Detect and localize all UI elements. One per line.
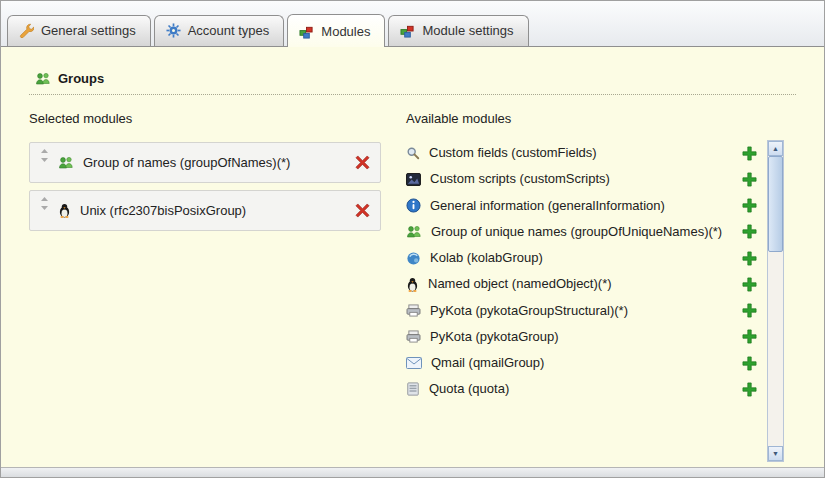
selected-modules-heading: Selected modules [29, 111, 381, 126]
available-module-row: Custom fields (customFields) [406, 140, 767, 166]
penguin-icon [406, 277, 419, 292]
tab-label: Modules [321, 24, 370, 39]
available-module-row: Named object (namedObject)(*) [406, 271, 767, 297]
tab-label: Account types [188, 23, 270, 38]
tab-label: Module settings [422, 23, 513, 38]
scroll-up-button[interactable]: ▲ [768, 141, 783, 156]
add-module-button[interactable] [742, 172, 757, 187]
available-modules-area: Custom fields (customFields)Custom scrip… [406, 140, 784, 462]
available-module-label: Kolab (kolabGroup) [430, 250, 543, 266]
image-icon [406, 173, 421, 186]
remove-module-button[interactable] [355, 155, 370, 170]
penguin-icon [58, 203, 71, 218]
tab-modules[interactable]: Modules [287, 14, 385, 47]
selected-module-row: Group of names (groupOfNames)(*) [29, 142, 381, 183]
add-module-button[interactable] [742, 303, 757, 318]
drag-handle-icon[interactable] [40, 149, 49, 162]
add-module-button[interactable] [742, 251, 757, 266]
tab-general-settings[interactable]: General settings [7, 15, 151, 46]
available-modules-column: Available modules Custom fields (customF… [406, 111, 784, 462]
add-module-button[interactable] [742, 356, 757, 371]
tab-label: General settings [41, 23, 136, 38]
group-icon [58, 156, 74, 170]
content-panel: Groups Selected modules Group of names (… [1, 47, 824, 467]
add-module-button[interactable] [742, 329, 757, 344]
available-module-label: General information (generalInformation) [430, 198, 665, 214]
printer-icon [406, 304, 421, 317]
tab-module-settings[interactable]: Module settings [388, 15, 528, 46]
drive-icon [406, 382, 420, 396]
available-module-row: General information (generalInformation) [406, 193, 767, 219]
groups-section-header: Groups [29, 67, 796, 95]
selected-modules-column: Selected modules Group of names (groupOf… [29, 111, 381, 462]
available-module-label: Quota (quota) [429, 381, 509, 397]
add-module-button[interactable] [742, 382, 757, 397]
available-module-label: Qmail (qmailGroup) [431, 355, 544, 371]
available-module-label: PyKota (pykotaGroupStructural)(*) [430, 303, 628, 319]
add-module-button[interactable] [742, 224, 757, 239]
mail-icon [406, 357, 422, 369]
group-icon [35, 72, 51, 86]
lam-configuration-page: General settingsAccount typesModulesModu… [0, 0, 825, 478]
modules-icon [400, 24, 415, 38]
group-icon [406, 225, 422, 239]
available-module-row: Custom scripts (customScripts) [406, 166, 767, 192]
bottom-edge [1, 467, 824, 477]
selected-modules-list: Group of names (groupOfNames)(*)Unix (rf… [29, 142, 381, 231]
selected-module-label: Unix (rfc2307bisPosixGroup) [80, 203, 246, 218]
available-module-label: Custom scripts (customScripts) [430, 171, 610, 187]
selected-module-label: Group of names (groupOfNames)(*) [83, 155, 290, 170]
drag-handle-icon[interactable] [40, 197, 49, 210]
add-module-button[interactable] [742, 146, 757, 161]
magnifier-icon [406, 146, 420, 160]
tab-account-types[interactable]: Account types [154, 15, 285, 46]
add-module-button[interactable] [742, 198, 757, 213]
available-module-row: PyKota (pykotaGroupStructural)(*) [406, 298, 767, 324]
tab-bar: General settingsAccount typesModulesModu… [1, 1, 824, 47]
available-module-label: Named object (namedObject)(*) [428, 276, 612, 292]
scrollbar-thumb[interactable] [768, 156, 783, 252]
available-module-row: Group of unique names (groupOfUniqueName… [406, 219, 767, 245]
scrollbar-track[interactable] [768, 156, 783, 446]
available-module-label: PyKota (pykotaGroup) [430, 329, 559, 345]
printer-icon [406, 330, 421, 343]
available-module-label: Group of unique names (groupOfUniqueName… [431, 224, 722, 240]
kolab-icon [406, 251, 421, 266]
available-module-row: Qmail (qmailGroup) [406, 350, 767, 376]
available-modules-heading: Available modules [406, 111, 784, 126]
available-module-label: Custom fields (customFields) [429, 145, 597, 161]
wrench-icon [19, 23, 34, 38]
modules-icon [299, 25, 314, 39]
module-columns: Selected modules Group of names (groupOf… [29, 111, 796, 462]
available-module-row: Quota (quota) [406, 376, 767, 402]
scroll-down-button[interactable]: ▼ [768, 446, 783, 461]
scrollbar[interactable]: ▲ ▼ [767, 140, 784, 462]
gear-icon [166, 23, 181, 38]
available-modules-list: Custom fields (customFields)Custom scrip… [406, 140, 767, 462]
selected-module-row: Unix (rfc2307bisPosixGroup) [29, 190, 381, 231]
section-title: Groups [58, 71, 104, 86]
remove-module-button[interactable] [355, 203, 370, 218]
available-module-row: Kolab (kolabGroup) [406, 245, 767, 271]
info-icon [406, 198, 421, 213]
available-module-row: PyKota (pykotaGroup) [406, 324, 767, 350]
add-module-button[interactable] [742, 277, 757, 292]
